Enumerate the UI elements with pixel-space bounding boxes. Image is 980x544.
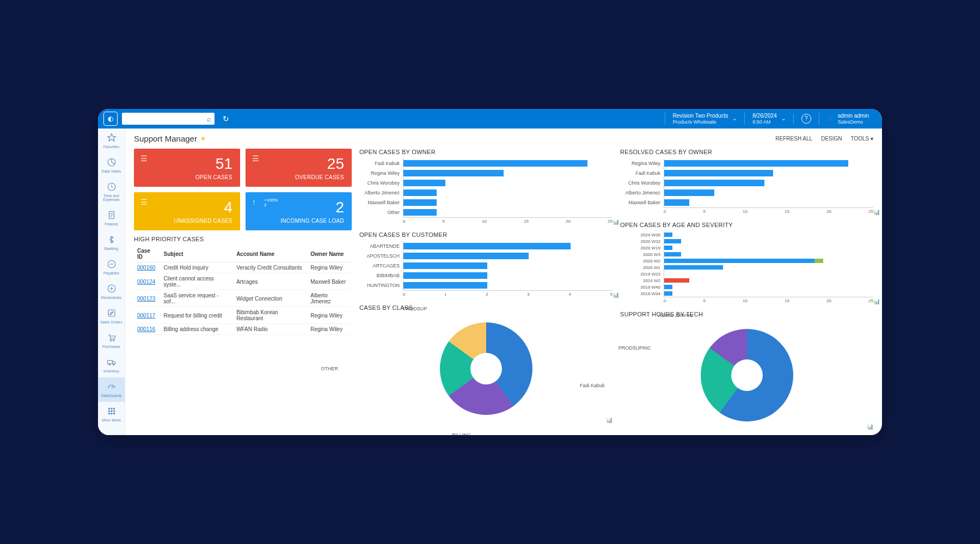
history-button[interactable]: ↻ [219,113,233,125]
bar-segment[interactable] [403,199,437,206]
chart-title: RESOLVED CASES BY OWNER [620,149,873,155]
action-refresh-all[interactable]: REFRESH ALL [775,136,812,142]
case-id-link[interactable]: 000116 [137,326,155,332]
plus-icon [107,284,117,294]
donut-chart[interactable] [440,322,532,415]
sidebar-item-banking[interactable]: Banking [98,230,125,255]
user-name: admin admin [838,113,869,119]
action-design[interactable]: DESIGN [821,136,842,142]
search-box[interactable]: ⌕ [122,113,215,125]
bar-segment[interactable] [664,278,689,283]
kpi-incoming-case-load[interactable]: ↑+100%2 2 INCOMING CASE LOAD [246,192,352,230]
pie-icon [107,157,117,168]
sidebar-item-dashboards[interactable]: Dashboards [98,377,125,402]
sidebar-item-payables[interactable]: Payables [98,255,125,279]
star-icon [107,133,117,143]
sidebar-item-sales-orders[interactable]: Sales Orders [98,304,125,328]
cell-owner: Regina Wiley [307,262,352,273]
bar-segment[interactable] [664,246,672,250]
bar-segment[interactable] [664,170,773,176]
bar-segment[interactable] [403,282,487,289]
resolved-cases-by-owner-chart: RESOLVED CASES BY OWNER Regina WileyFadi… [620,149,873,214]
sidebar-item-more-items[interactable]: More Items [98,402,125,426]
cell-subject: Client cannot access syste... [160,273,233,290]
bar-segment[interactable] [664,252,681,256]
case-id-link[interactable]: 000160 [137,265,155,271]
sidebar-label: Purchases [102,345,120,349]
bar-segment[interactable] [664,291,672,296]
bar-category-label: 2018 W40 [620,284,664,290]
kpi-unassigned-cases[interactable]: ☰ 4 UNASSIGNED CASES [134,192,240,230]
col-header[interactable]: Owner Name [307,246,352,262]
bar-category-label: Chris Worobey [620,178,664,188]
sidebar-item-time-and-expenses[interactable]: Time and Expenses [98,178,125,206]
kpi-label: OVERDUE CASES [253,174,344,180]
chart-menu-icon[interactable]: 📊 [612,292,619,298]
case-id-link[interactable]: 000123 [137,296,155,302]
bar-category-label: HUNTINGTON [359,280,403,290]
chart-menu-icon[interactable]: 📊 [867,424,873,430]
bar-segment[interactable] [403,209,437,216]
bar-category-label: Alberto Jimenez [359,188,403,198]
sidebar-item-receivables[interactable]: Receivables [98,279,125,304]
bar-segment[interactable] [664,180,764,186]
donut-chart[interactable] [701,329,793,421]
bar-segment[interactable] [403,160,587,167]
bar-segment[interactable] [403,272,487,279]
kpi-open-cases[interactable]: ☰ 51 OPEN CASES [134,149,240,187]
bar-segment[interactable] [403,243,571,249]
bar-segment[interactable] [403,253,529,259]
bar-segment[interactable] [664,233,672,237]
svg-point-15 [111,411,112,412]
x-tick: 15 [524,219,529,224]
col-header[interactable]: Case ID [134,246,160,262]
bar-segment[interactable] [814,259,823,263]
help-button[interactable]: ? [793,114,819,124]
bar-segment[interactable] [664,199,689,206]
bar-category-label: 2020 W2 [620,258,664,264]
bar-segment[interactable] [403,190,437,196]
cell-subject: Request for billing credit [160,307,233,324]
bar-segment[interactable] [664,190,714,196]
sidebar-item-data-views[interactable]: Data Views [98,153,125,178]
doc-icon [107,210,117,221]
svg-point-12 [111,408,112,409]
sidebar-item-favorites[interactable]: Favorites [98,129,125,153]
bar-segment[interactable] [664,259,814,263]
chart-menu-icon[interactable]: 📊 [873,209,880,215]
chart-menu-icon[interactable]: 📊 [606,417,612,423]
sidebar-item-finance[interactable]: Finance [98,206,125,230]
bar-segment[interactable] [664,239,681,243]
kpi-label: INCOMING CASE LOAD [253,218,344,224]
search-input[interactable] [122,115,204,122]
top-bar: ◐ ⌕ ↻ Revision Two Products Products Who… [98,109,882,129]
favorite-star-icon[interactable]: ★ [200,135,206,142]
cart-icon [107,333,117,343]
user-menu[interactable]: 👤 admin admin SalesDemo [819,113,877,125]
search-icon[interactable]: ⌕ [204,115,215,123]
chart-menu-icon[interactable]: 📊 [873,298,880,304]
sidebar-item-purchases[interactable]: Purchases [98,328,125,353]
sidebar-item-inventory[interactable]: Inventory [98,353,125,377]
col-header[interactable]: Subject [160,246,233,262]
case-id-link[interactable]: 000124 [137,279,155,285]
chart-menu-icon[interactable]: 📊 [612,219,619,225]
app-logo[interactable]: ◐ [103,112,118,126]
bar-segment[interactable] [403,262,487,269]
sidebar-label: Finance [105,222,118,226]
bar-segment[interactable] [403,170,504,176]
company-selector[interactable]: Revision Two Products Products Wholesale… [665,113,745,125]
sidebar: Favorites Data Views Time and Expenses F… [98,129,125,435]
sidebar-label: Banking [105,247,118,250]
case-id-link[interactable]: 000117 [137,313,155,319]
col-header[interactable]: Account Name [233,246,307,262]
bar-category-label: 2024 W30 [620,231,664,238]
x-tick: 5 [443,219,445,224]
bar-segment[interactable] [664,160,848,167]
action-tools-[interactable]: TOOLS ▾ [851,136,874,142]
bar-segment[interactable] [664,285,672,289]
kpi-overdue-cases[interactable]: ☰ 25 OVERDUE CASES [246,149,352,187]
bar-segment[interactable] [664,265,723,270]
date-selector[interactable]: 8/26/2024 8:50 AM ⌄ [744,113,793,125]
bar-segment[interactable] [403,180,445,186]
